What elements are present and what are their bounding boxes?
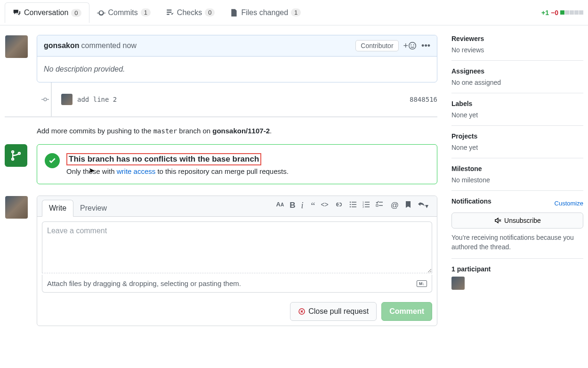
svg-text:3: 3 [362,205,364,208]
bold-icon[interactable]: B [290,201,295,212]
customize-link[interactable]: Customize [555,200,583,207]
smiley-icon [408,41,417,50]
checklist-icon [166,8,174,17]
markdown-toolbar: AA B i “ <> 123 [276,201,432,215]
commit-message[interactable]: add line 2 [77,96,117,103]
comment-header: gonsakon commented now Contributor + ••• [37,35,437,57]
italic-icon[interactable]: i [301,201,303,212]
mute-icon [494,217,501,224]
sidebar-participants: 1 participant [451,259,583,296]
tab-commits-label: Commits [108,8,138,17]
file-diff-icon [230,8,238,17]
commit-row: add line 2 8848516 [41,94,437,105]
sidebar-labels[interactable]: Labels None yet [451,93,583,126]
unordered-list-icon[interactable] [349,201,357,212]
comment-timestamp: commented now [81,41,137,50]
svg-point-0 [409,42,416,49]
current-user-avatar[interactable] [5,196,28,219]
comment-body: No description provided. [37,57,437,82]
quote-icon[interactable]: “ [311,201,315,212]
tab-conversation-count: 0 [71,9,81,17]
svg-rect-13 [365,202,370,203]
saved-reply-icon[interactable] [404,201,412,212]
tab-checks[interactable]: Checks 0 [158,3,223,23]
git-commit-icon [41,96,49,103]
tab-commits[interactable]: Commits 1 [89,3,158,23]
tab-checks-label: Checks [177,8,202,17]
comment-discussion-icon [13,8,21,17]
tab-write[interactable]: Write [42,200,73,217]
comment-author[interactable]: gonsakon [44,41,80,50]
svg-rect-20 [379,205,383,206]
git-commit-icon [97,8,105,17]
comment-textarea[interactable] [42,221,432,273]
ordered-list-icon[interactable]: 123 [362,201,370,212]
diffstat: +1 −0 [541,9,583,16]
tab-checks-count: 0 [205,8,215,16]
mention-icon[interactable]: @ [391,201,399,212]
merge-status-title: This branch has no conflicts with the ba… [66,153,261,165]
diffstat-deletions: −0 [551,9,558,16]
add-reaction-button[interactable]: + [403,41,417,51]
tab-commits-count: 1 [141,8,151,16]
commit-sha[interactable]: 8848516 [410,96,437,103]
timeline-divider [5,116,437,117]
sidebar-assignees[interactable]: Assignees No one assigned [451,61,583,93]
sidebar-notifications: Notifications Customize Unsubscribe You'… [451,191,583,259]
svg-point-2 [413,44,414,45]
svg-point-6 [350,202,351,203]
svg-rect-11 [352,206,356,207]
svg-rect-7 [352,202,356,203]
svg-point-3 [44,98,47,101]
heading-icon[interactable]: AA [276,201,284,212]
tab-preview[interactable]: Preview [73,200,113,216]
merge-branch-icon [5,144,27,167]
check-icon [45,153,60,168]
tab-conversation[interactable]: Conversation 0 [5,2,89,23]
svg-rect-15 [365,204,370,205]
svg-point-8 [350,204,351,205]
sidebar-reviewers[interactable]: Reviewers No reviews [451,35,583,61]
markdown-icon[interactable]: M↓ [417,280,427,287]
pr-tabs: Conversation 0 Commits 1 Checks 0 Files … [0,0,588,25]
svg-point-1 [411,44,411,45]
unsubscribe-button[interactable]: Unsubscribe [451,213,583,229]
participant-avatar[interactable] [451,277,465,290]
merge-status-subtitle: Only those with write access to this rep… [66,167,289,175]
diffstat-additions: +1 [541,9,549,16]
merge-status: This branch has no conflicts with the ba… [37,144,437,184]
link-icon[interactable] [334,201,342,212]
code-icon[interactable]: <> [321,201,328,212]
sidebar: Reviewers No reviews Assignees No one as… [451,35,583,326]
notification-reason: You're receiving notifications because y… [451,233,583,252]
close-pull-request-button[interactable]: Close pull request [290,302,377,321]
svg-rect-18 [379,202,383,203]
push-hint: Add more commits by pushing to the maste… [37,127,437,135]
commit-author-avatar[interactable] [61,94,72,105]
contributor-badge: Contributor [355,40,398,51]
attach-hint[interactable]: Attach files by dragging & dropping, sel… [42,275,432,293]
tab-files-label: Files changed [241,8,288,17]
sidebar-milestone[interactable]: Milestone No milestone [451,158,583,191]
tab-conversation-label: Conversation [24,8,68,17]
timeline-comment: gonsakon commented now Contributor + •••… [37,35,437,82]
comment-menu-button[interactable]: ••• [421,41,430,51]
comment-button[interactable]: Comment [381,302,432,321]
git-pr-closed-icon [298,308,306,315]
svg-rect-9 [352,204,356,205]
task-list-icon[interactable] [376,201,383,212]
sidebar-projects[interactable]: Projects None yet [451,126,583,158]
write-access-link[interactable]: write access [117,167,156,175]
reply-icon[interactable]: ▾ [418,201,428,212]
tab-files[interactable]: Files changed 1 [222,3,308,23]
new-comment-box: Write Preview AA B i “ <> [37,196,437,326]
svg-point-10 [350,206,351,207]
svg-rect-17 [365,206,370,207]
branch-name: master [153,127,177,135]
diffstat-blocks [560,10,583,15]
tab-files-count: 1 [291,8,301,16]
svg-rect-19 [376,204,378,206]
repo-name: gonsakon/1107-2 [212,127,270,135]
author-avatar[interactable] [5,35,28,58]
